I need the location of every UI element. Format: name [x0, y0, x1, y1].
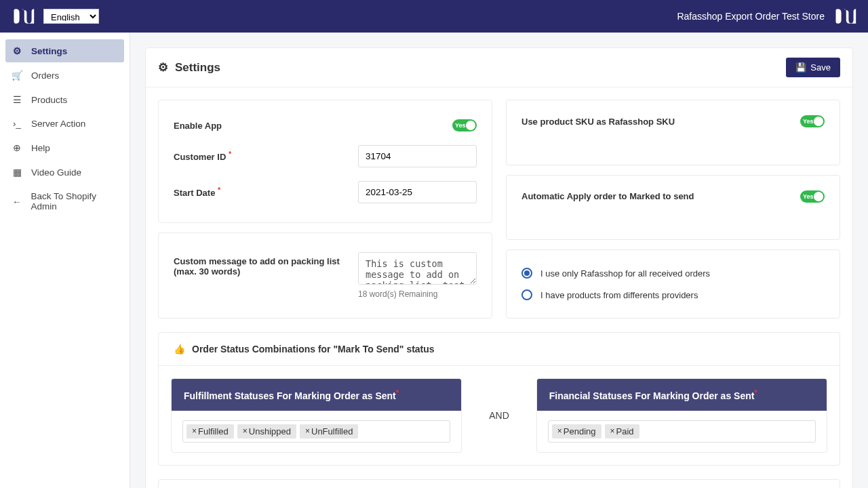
sidebar-item-video-guide[interactable]: ▦ Video Guide: [5, 161, 124, 184]
settings-panel: ⚙ Settings 💾 Save Enable App Yes: [145, 47, 853, 488]
start-date-label: Start Date *: [174, 186, 358, 198]
thumbs-up-icon: 👍: [174, 344, 185, 354]
words-remaining: 18 word(s) Remaining: [358, 289, 477, 299]
sidebar-item-settings[interactable]: ⚙ Settings: [5, 39, 124, 62]
fulfillment-status-card: Fulfillment Statuses For Marking Order a…: [171, 378, 462, 453]
auto-apply-label: Automatic Apply order to Marked to send: [521, 191, 800, 201]
enable-app-label: Enable App: [174, 121, 452, 131]
custom-message-label: Custom message to add on packing list (m…: [174, 252, 358, 277]
store-name: Rafasshop Export Order Test Store: [677, 11, 825, 22]
language-select[interactable]: English: [43, 9, 99, 24]
gear-icon: ⚙: [158, 60, 168, 75]
gear-icon: ⚙: [12, 45, 22, 56]
list-icon: ☰: [12, 94, 22, 105]
page-title: Settings: [175, 61, 220, 75]
enable-app-toggle[interactable]: Yes: [452, 119, 477, 131]
tag-remove-icon[interactable]: ×: [557, 426, 562, 436]
tag-remove-icon[interactable]: ×: [192, 426, 197, 436]
auto-apply-toggle[interactable]: Yes: [800, 190, 825, 203]
sidebar-item-label: Help: [31, 143, 50, 153]
tag[interactable]: ×Fulfilled: [186, 424, 234, 439]
radio-icon: [521, 268, 532, 279]
video-icon: ▦: [12, 167, 22, 178]
sidebar-item-label: Back To Shopify Admin: [31, 191, 118, 211]
tag[interactable]: ×Unshipped: [237, 424, 296, 439]
cart-icon: 🛒: [12, 70, 22, 81]
sidebar-item-help[interactable]: ⊕ Help: [5, 136, 124, 159]
sidebar-item-label: Server Action: [31, 119, 85, 129]
app-logo-right: [833, 7, 857, 26]
necklabel-card: We will use this image as your necklabel…: [158, 479, 840, 488]
sidebar-item-label: Settings: [31, 46, 67, 56]
radio-option-2[interactable]: I have products from differents provider…: [521, 284, 825, 306]
custom-message-input[interactable]: [358, 252, 477, 285]
sidebar-item-server-action[interactable]: ›_ Server Action: [5, 113, 124, 135]
status-section-title: Order Status Combinations for "Mark To S…: [192, 344, 435, 354]
save-icon: 💾: [795, 62, 806, 73]
tag[interactable]: ×Paid: [605, 424, 639, 439]
tag-remove-icon[interactable]: ×: [610, 426, 615, 436]
sidebar-item-label: Products: [31, 95, 67, 105]
radio-option-1[interactable]: I use only Rafasshop for all received or…: [521, 262, 825, 284]
app-logo: [11, 7, 35, 26]
start-date-input[interactable]: [358, 181, 477, 203]
sku-label: Use product SKU as Rafasshop SKU: [521, 117, 800, 127]
life-ring-icon: ⊕: [12, 142, 22, 153]
sidebar: ⚙ Settings 🛒 Orders ☰ Products ›_ Server…: [0, 33, 130, 488]
tag[interactable]: ×UnFulfilled: [300, 424, 358, 439]
customer-id-input[interactable]: [358, 145, 477, 167]
tag[interactable]: ×Pending: [552, 424, 601, 439]
sidebar-item-label: Orders: [31, 70, 59, 81]
back-icon: ←: [12, 197, 22, 207]
tag-remove-icon[interactable]: ×: [243, 426, 248, 436]
sidebar-item-label: Video Guide: [31, 167, 81, 178]
radio-icon: [521, 289, 532, 300]
topbar: English Rafasshop Export Order Test Stor…: [0, 0, 868, 33]
sidebar-item-back[interactable]: ← Back To Shopify Admin: [5, 185, 124, 218]
financial-status-card: Financial Statuses For Marking Order as …: [536, 378, 827, 453]
fulfillment-tags-input[interactable]: ×Fulfilled ×Unshipped ×UnFulfilled: [182, 420, 450, 443]
customer-id-label: Customer ID *: [174, 150, 358, 162]
sku-toggle[interactable]: Yes: [800, 115, 825, 127]
tag-remove-icon[interactable]: ×: [305, 426, 310, 436]
save-button[interactable]: 💾 Save: [786, 58, 840, 77]
main-content: ⚙ Settings 💾 Save Enable App Yes: [130, 33, 868, 488]
sidebar-item-products[interactable]: ☰ Products: [5, 88, 124, 111]
terminal-icon: ›_: [12, 119, 22, 129]
and-separator: AND: [462, 410, 536, 421]
sidebar-item-orders[interactable]: 🛒 Orders: [5, 64, 124, 87]
financial-tags-input[interactable]: ×Pending ×Paid: [548, 420, 816, 443]
